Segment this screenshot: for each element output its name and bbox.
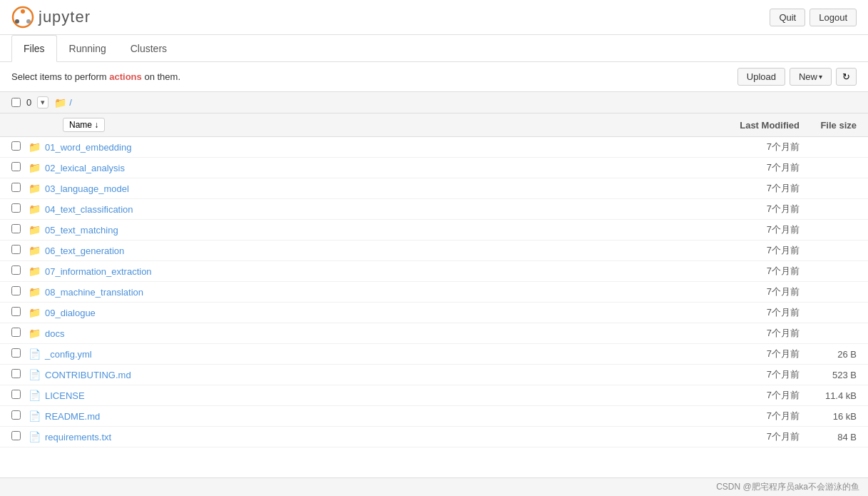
row-checkbox[interactable]: [11, 224, 21, 233]
quit-button[interactable]: Quit: [770, 9, 805, 26]
row-name-cell: 📁05_text_matching: [29, 224, 707, 236]
list-item: 📁09_dialogue7个月前: [0, 303, 868, 323]
row-modified: 7个月前: [707, 368, 800, 381]
row-checkbox-cell: [11, 328, 29, 339]
check-all-checkbox[interactable]: [11, 98, 21, 107]
selected-count: 0: [24, 97, 34, 108]
item-name-link[interactable]: 03_language_model: [45, 183, 129, 194]
list-item: 📁07_information_extraction7个月前: [0, 261, 868, 282]
item-name-link[interactable]: 07_information_extraction: [45, 266, 152, 277]
item-name-link[interactable]: 08_machine_translation: [45, 287, 143, 298]
folder-icon: 📁: [29, 245, 41, 256]
sort-dropdown-button[interactable]: ▾: [37, 96, 48, 108]
row-modified: 7个月前: [707, 430, 800, 443]
file-list-header: 0 ▾ 📁 /: [0, 91, 868, 113]
item-name-link[interactable]: 06_text_generation: [45, 246, 124, 256]
row-checkbox[interactable]: [11, 183, 21, 192]
breadcrumb-area: 📁 /: [54, 97, 707, 108]
row-checkbox-cell: [11, 203, 29, 215]
folder-icon: 📁: [29, 307, 41, 318]
row-name-cell: 📁02_lexical_analysis: [29, 162, 707, 173]
toolbar-info: Select items to perform actions on them.: [11, 71, 180, 82]
row-checkbox-cell: [11, 348, 29, 360]
row-name-cell: 📁07_information_extraction: [29, 265, 707, 277]
svg-point-2: [26, 19, 31, 24]
breadcrumb-root[interactable]: /: [69, 97, 72, 108]
list-item: 📄LICENSE7个月前11.4 kB: [0, 385, 868, 406]
row-checkbox[interactable]: [11, 162, 21, 171]
row-checkbox[interactable]: [11, 431, 21, 440]
new-label: New: [799, 71, 817, 82]
row-name-cell: 📁01_word_embedding: [29, 141, 707, 153]
row-checkbox[interactable]: [11, 141, 21, 151]
row-modified: 7个月前: [707, 327, 800, 340]
row-checkbox-cell: [11, 307, 29, 318]
svg-point-1: [21, 9, 25, 14]
row-checkbox[interactable]: [11, 369, 21, 378]
item-name-link[interactable]: 02_lexical_analysis: [45, 163, 125, 173]
file-rows: 📁01_word_embedding7个月前📁02_lexical_analys…: [0, 137, 868, 447]
item-name-link[interactable]: docs: [45, 328, 64, 339]
row-size: 523 B: [800, 370, 857, 380]
row-checkbox[interactable]: [11, 265, 21, 275]
row-name-cell: 📁08_machine_translation: [29, 286, 707, 298]
logo-text: jupyter: [39, 8, 91, 26]
name-column-header: Name ↓: [63, 118, 707, 132]
list-item: 📄CONTRIBUTING.md7个月前523 B: [0, 365, 868, 385]
row-checkbox-cell: [11, 183, 29, 194]
upload-button[interactable]: Upload: [737, 68, 785, 86]
new-button[interactable]: New ▾: [790, 68, 832, 86]
row-name-cell: 📁06_text_generation: [29, 245, 707, 256]
row-checkbox[interactable]: [11, 328, 21, 337]
new-caret-icon: ▾: [819, 73, 822, 81]
list-item: 📁05_text_matching7个月前: [0, 220, 868, 241]
folder-icon: 📁: [29, 328, 41, 339]
folder-icon: 📁: [29, 162, 41, 173]
item-name-link[interactable]: 01_word_embedding: [45, 142, 131, 153]
logo: jupyter: [11, 6, 91, 29]
tab-clusters[interactable]: Clusters: [118, 35, 179, 62]
row-checkbox[interactable]: [11, 348, 21, 358]
row-name-cell: 📁04_text_classification: [29, 203, 707, 215]
row-checkbox[interactable]: [11, 245, 21, 254]
file-icon: 📄: [29, 369, 41, 380]
row-modified: 7个月前: [707, 285, 800, 298]
item-name-link[interactable]: CONTRIBUTING.md: [45, 370, 131, 380]
list-item: 📁docs7个月前: [0, 323, 868, 344]
list-item: 📁06_text_generation7个月前: [0, 241, 868, 261]
breadcrumb-folder-icon: 📁: [54, 97, 66, 108]
row-name-cell: 📁09_dialogue: [29, 307, 707, 318]
row-checkbox[interactable]: [11, 286, 21, 295]
refresh-button[interactable]: ↻: [836, 68, 857, 86]
row-name-cell: 📄LICENSE: [29, 390, 707, 401]
row-modified: 7个月前: [707, 203, 800, 216]
item-name-link[interactable]: 04_text_classification: [45, 204, 133, 215]
logout-button[interactable]: Logout: [810, 9, 857, 26]
column-headers: Name ↓ Last Modified File size: [0, 113, 868, 137]
item-name-link[interactable]: LICENSE: [45, 390, 85, 401]
row-name-cell: 📄requirements.txt: [29, 431, 707, 442]
list-item: 📁08_machine_translation7个月前: [0, 282, 868, 303]
row-checkbox[interactable]: [11, 410, 21, 420]
name-sort-button[interactable]: Name ↓: [63, 118, 105, 132]
item-name-link[interactable]: 05_text_matching: [45, 225, 118, 236]
row-checkbox[interactable]: [11, 390, 21, 399]
header: jupyter Quit Logout: [0, 0, 868, 35]
item-name-link[interactable]: requirements.txt: [45, 432, 111, 442]
list-item: 📁02_lexical_analysis7个月前: [0, 158, 868, 178]
list-item: 📄README.md7个月前16 kB: [0, 406, 868, 427]
tab-files[interactable]: Files: [11, 35, 57, 62]
folder-icon: 📁: [29, 265, 41, 277]
item-name-link[interactable]: _config.yml: [45, 349, 92, 360]
row-checkbox-cell: [11, 286, 29, 298]
tab-running[interactable]: Running: [57, 35, 118, 62]
item-name-link[interactable]: README.md: [45, 411, 100, 422]
list-item: 📄requirements.txt7个月前84 B: [0, 427, 868, 447]
toolbar-actions-bold: actions: [109, 71, 142, 82]
row-checkbox-cell: [11, 410, 29, 422]
row-modified: 7个月前: [707, 141, 800, 153]
folder-icon: 📁: [29, 203, 41, 215]
row-checkbox[interactable]: [11, 307, 21, 316]
item-name-link[interactable]: 09_dialogue: [45, 308, 96, 318]
row-checkbox[interactable]: [11, 203, 21, 213]
